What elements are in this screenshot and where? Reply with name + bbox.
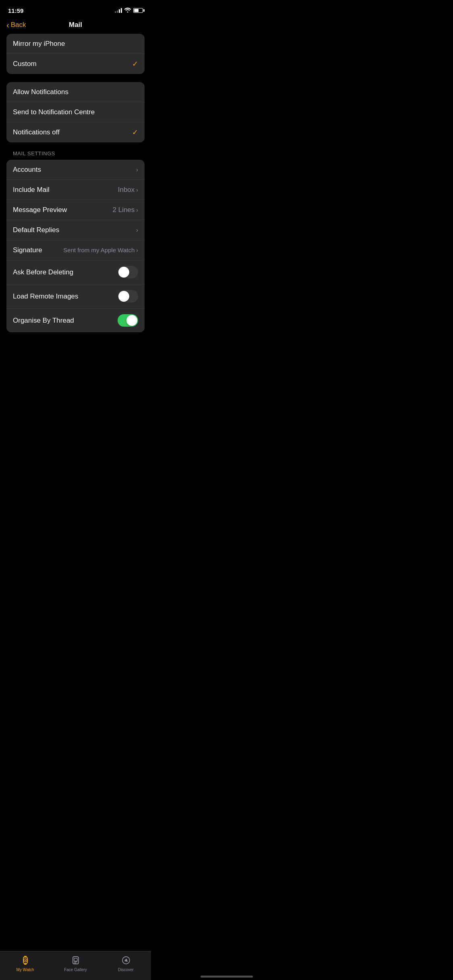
organise-by-thread-toggle[interactable]: [118, 314, 138, 327]
allow-notifications-row[interactable]: Allow Notifications: [6, 82, 145, 102]
signature-chevron-icon: ›: [136, 247, 138, 253]
notifications-off-checkmark-icon: ✓: [132, 128, 138, 137]
ask-before-deleting-label: Ask Before Deleting: [13, 268, 73, 276]
message-preview-label: Message Preview: [13, 206, 67, 214]
notifications-off-row[interactable]: Notifications off ✓: [6, 122, 145, 142]
battery-icon: [133, 8, 143, 13]
default-replies-value: ›: [136, 227, 138, 233]
nav-bar: ‹ Back Mail: [0, 18, 151, 34]
include-mail-row[interactable]: Include Mail Inbox ›: [6, 180, 145, 200]
mirror-iphone-label: Mirror my iPhone: [13, 40, 65, 48]
default-replies-chevron-icon: ›: [136, 227, 138, 233]
back-label: Back: [11, 21, 26, 29]
load-remote-images-row[interactable]: Load Remote Images: [6, 284, 145, 309]
load-remote-images-knob: [118, 291, 129, 302]
default-replies-label: Default Replies: [13, 226, 59, 234]
accounts-label: Accounts: [13, 166, 41, 174]
signature-value-text: Sent from my Apple Watch: [63, 247, 134, 253]
page-title: Mail: [69, 21, 82, 29]
message-preview-value-text: 2 Lines: [113, 206, 135, 214]
include-mail-label: Include Mail: [13, 186, 50, 194]
accounts-chevron-icon: ›: [136, 167, 138, 173]
status-bar: 11:59: [0, 0, 151, 18]
mail-settings-section: Accounts › Include Mail Inbox › Message …: [6, 160, 145, 332]
organise-by-thread-row[interactable]: Organise By Thread: [6, 309, 145, 332]
status-icons: [115, 7, 143, 14]
send-to-notification-centre-row[interactable]: Send to Notification Centre: [6, 102, 145, 122]
allow-notifications-label: Allow Notifications: [13, 88, 68, 96]
include-mail-value: Inbox ›: [118, 186, 138, 194]
send-to-notification-centre-label: Send to Notification Centre: [13, 108, 95, 116]
custom-checkmark-icon: ✓: [132, 60, 138, 68]
include-mail-chevron-icon: ›: [136, 187, 138, 193]
mail-settings-header: MAIL SETTINGS: [6, 150, 145, 160]
content: Mirror my iPhone Custom ✓ Allow Notifica…: [0, 34, 151, 373]
signature-row[interactable]: Signature Sent from my Apple Watch ›: [6, 240, 145, 260]
message-preview-chevron-icon: ›: [136, 207, 138, 213]
ask-before-deleting-knob: [118, 267, 129, 278]
include-mail-value-text: Inbox: [118, 186, 135, 194]
message-preview-value: 2 Lines ›: [113, 206, 139, 214]
ask-before-deleting-row[interactable]: Ask Before Deleting: [6, 260, 145, 284]
back-button[interactable]: ‹ Back: [6, 21, 26, 29]
signal-icon: [115, 8, 122, 13]
ask-before-deleting-toggle[interactable]: [118, 266, 138, 278]
notification-options-section: Allow Notifications Send to Notification…: [6, 82, 145, 142]
signature-label: Signature: [13, 246, 42, 254]
notification-mode-section: Mirror my iPhone Custom ✓: [6, 34, 145, 74]
custom-label: Custom: [13, 60, 37, 68]
message-preview-row[interactable]: Message Preview 2 Lines ›: [6, 200, 145, 220]
accounts-row[interactable]: Accounts ›: [6, 160, 145, 180]
status-time: 11:59: [8, 7, 23, 14]
load-remote-images-label: Load Remote Images: [13, 292, 79, 301]
notifications-off-label: Notifications off: [13, 128, 60, 136]
default-replies-row[interactable]: Default Replies ›: [6, 220, 145, 240]
mirror-iphone-row[interactable]: Mirror my iPhone: [6, 34, 145, 54]
organise-by-thread-label: Organise By Thread: [13, 317, 74, 325]
back-chevron-icon: ‹: [6, 21, 9, 29]
signature-value: Sent from my Apple Watch ›: [63, 247, 138, 253]
load-remote-images-toggle[interactable]: [118, 290, 138, 303]
organise-by-thread-knob: [126, 315, 137, 326]
wifi-icon: [124, 7, 131, 14]
custom-row[interactable]: Custom ✓: [6, 54, 145, 74]
accounts-value: ›: [136, 167, 138, 173]
